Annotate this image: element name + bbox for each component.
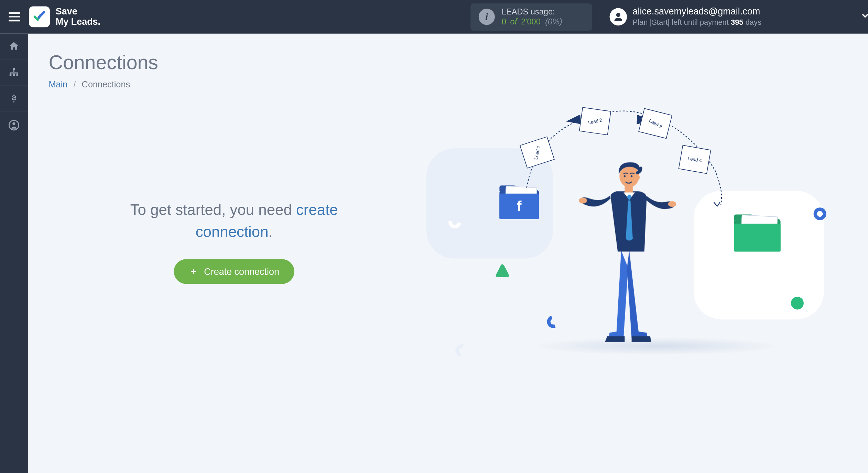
account-chevron-icon[interactable]	[767, 10, 860, 23]
empty-state-text: To get started, you need create connecti…	[130, 200, 338, 243]
breadcrumb-main-link[interactable]: Main	[49, 79, 68, 89]
usage-current: 0	[502, 17, 506, 26]
empty-period: .	[269, 223, 273, 240]
svg-point-7	[579, 198, 587, 204]
brand-line2: My Leads.	[56, 17, 100, 28]
illustration: f Lead 1 Lead	[420, 101, 847, 379]
person-illustration	[576, 152, 680, 349]
create-button-label: Create connection	[204, 267, 279, 277]
avatar-icon	[609, 8, 627, 26]
info-icon: i	[478, 9, 495, 25]
empty-link-2: connection	[196, 223, 269, 240]
brand-line1: Save	[56, 6, 100, 17]
svg-point-6	[12, 122, 15, 125]
crescent-light-icon	[453, 342, 471, 359]
breadcrumb-current: Connections	[82, 79, 130, 89]
svg-rect-3	[13, 74, 15, 76]
breadcrumb-separator: /	[73, 79, 76, 89]
app-header: Save My Leads. i LEADS usage: 0 of 2'000…	[0, 0, 868, 34]
sidebar	[0, 34, 28, 473]
logo-icon	[29, 7, 50, 28]
breadcrumb: Main / Connections	[49, 79, 847, 89]
usage-title: LEADS usage:	[502, 7, 562, 17]
svg-rect-1	[13, 68, 15, 70]
account-menu[interactable]: alice.savemyleads@gmail.com Plan |Start|…	[609, 6, 761, 28]
sidebar-billing-icon[interactable]	[0, 86, 28, 112]
svg-rect-4	[16, 74, 18, 76]
plan-mid: | left until payment	[668, 18, 729, 26]
account-plan: Plan |Start| left until payment 395 days	[633, 18, 761, 28]
page-title: Connections	[49, 51, 847, 74]
svg-point-13	[631, 175, 632, 177]
plan-days-suffix: days	[746, 18, 761, 26]
svg-rect-2	[10, 74, 12, 76]
main-content: Connections Main / Connections To get st…	[28, 34, 868, 473]
svg-point-12	[624, 175, 626, 177]
svg-point-0	[616, 13, 620, 17]
sidebar-connections-icon[interactable]	[0, 60, 28, 86]
usage-percent: (0%)	[545, 17, 562, 26]
lead-doc-2: Lead 2	[579, 107, 611, 135]
brand-logo[interactable]: Save My Leads.	[29, 6, 100, 28]
plan-prefix: Plan |	[633, 18, 652, 26]
usage-numbers: 0 of 2'000 (0%)	[502, 17, 562, 27]
create-connection-button[interactable]: ＋ Create connection	[174, 259, 294, 284]
plan-days: 395	[731, 18, 744, 26]
sidebar-home-icon[interactable]	[0, 34, 28, 60]
sidebar-account-icon[interactable]	[0, 112, 28, 138]
usage-total: 2'000	[521, 17, 541, 26]
empty-text-1: To get started, you need	[130, 201, 296, 219]
lead-doc-4: Lead 4	[679, 145, 711, 174]
account-text: alice.savemyleads@gmail.com Plan |Start|…	[633, 6, 761, 28]
usage-of: of	[510, 17, 517, 26]
dot-green-icon	[791, 297, 804, 310]
svg-point-8	[668, 201, 676, 207]
account-email: alice.savemyleads@gmail.com	[633, 6, 761, 18]
usage-text: LEADS usage: 0 of 2'000 (0%)	[502, 7, 562, 27]
content-row: To get started, you need create connecti…	[49, 101, 847, 379]
menu-toggle[interactable]	[6, 8, 23, 26]
empty-link-1: create	[296, 201, 338, 219]
empty-state: To get started, you need create connecti…	[49, 101, 420, 284]
app-layout: Connections Main / Connections To get st…	[0, 34, 868, 473]
plus-icon: ＋	[189, 266, 198, 278]
brand-text: Save My Leads.	[56, 6, 100, 28]
leads-usage-box[interactable]: i LEADS usage: 0 of 2'000 (0%)	[470, 3, 592, 30]
plan-name: Start	[652, 18, 668, 26]
svg-point-11	[636, 174, 640, 180]
crescent-blue-icon	[545, 313, 562, 330]
